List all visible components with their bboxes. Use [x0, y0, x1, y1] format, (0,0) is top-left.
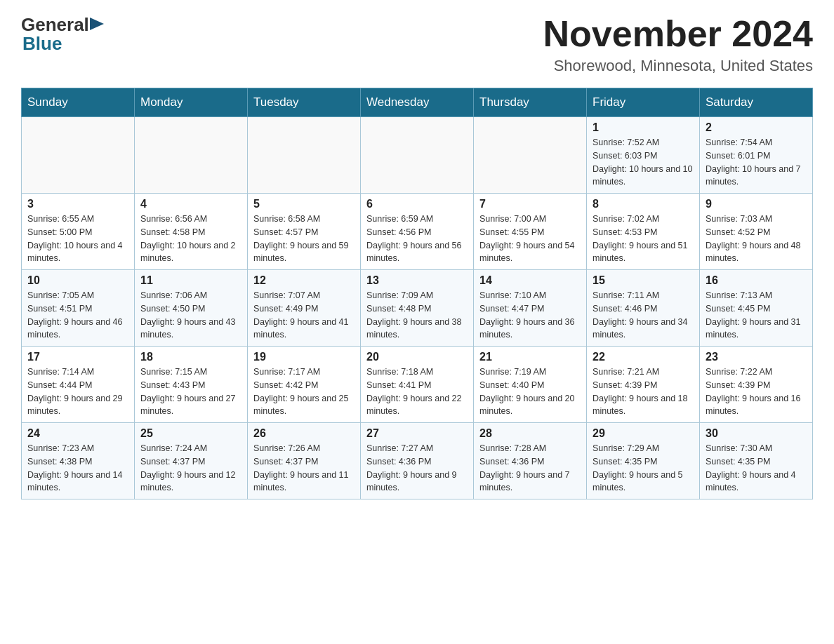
day-number: 11	[140, 274, 241, 287]
day-info: Sunrise: 7:17 AMSunset: 4:42 PMDaylight:…	[253, 365, 355, 418]
weekday-header-row: SundayMondayTuesdayWednesdayThursdayFrid…	[22, 88, 813, 117]
day-info: Sunrise: 7:30 AMSunset: 4:35 PMDaylight:…	[706, 442, 807, 495]
day-info: Sunrise: 7:05 AMSunset: 4:51 PMDaylight:…	[27, 289, 128, 342]
week-row-3: 10Sunrise: 7:05 AMSunset: 4:51 PMDayligh…	[22, 270, 813, 347]
calendar-cell: 11Sunrise: 7:06 AMSunset: 4:50 PMDayligh…	[135, 270, 248, 347]
calendar-cell: 2Sunrise: 7:54 AMSunset: 6:01 PMDaylight…	[700, 117, 813, 194]
day-number: 6	[366, 198, 468, 210]
day-info: Sunrise: 7:54 AMSunset: 6:01 PMDaylight:…	[706, 136, 807, 189]
month-title: November 2024	[543, 14, 813, 54]
day-number: 8	[593, 198, 694, 210]
day-info: Sunrise: 7:07 AMSunset: 4:49 PMDaylight:…	[253, 289, 355, 342]
day-info: Sunrise: 7:21 AMSunset: 4:39 PMDaylight:…	[593, 365, 694, 418]
day-number: 12	[253, 274, 355, 287]
calendar-table: SundayMondayTuesdayWednesdayThursdayFrid…	[21, 88, 813, 499]
calendar-cell: 1Sunrise: 7:52 AMSunset: 6:03 PMDaylight…	[587, 117, 700, 194]
calendar-cell: 3Sunrise: 6:55 AMSunset: 5:00 PMDaylight…	[22, 194, 135, 270]
calendar-cell: 6Sunrise: 6:59 AMSunset: 4:56 PMDaylight…	[361, 194, 474, 270]
day-info: Sunrise: 7:26 AMSunset: 4:37 PMDaylight:…	[253, 442, 355, 495]
calendar-cell: 30Sunrise: 7:30 AMSunset: 4:35 PMDayligh…	[700, 423, 813, 499]
calendar-cell: 13Sunrise: 7:09 AMSunset: 4:48 PMDayligh…	[361, 270, 474, 347]
day-number: 20	[366, 351, 468, 363]
calendar-cell: 26Sunrise: 7:26 AMSunset: 4:37 PMDayligh…	[248, 423, 361, 499]
day-info: Sunrise: 7:29 AMSunset: 4:35 PMDaylight:…	[593, 442, 694, 495]
day-number: 23	[706, 351, 807, 363]
location-subtitle: Shorewood, Minnesota, United States	[543, 57, 813, 75]
day-number: 16	[706, 274, 807, 287]
day-info: Sunrise: 7:10 AMSunset: 4:47 PMDaylight:…	[479, 289, 581, 342]
day-info: Sunrise: 7:00 AMSunset: 4:55 PMDaylight:…	[479, 213, 581, 265]
calendar-cell: 28Sunrise: 7:28 AMSunset: 4:36 PMDayligh…	[474, 423, 587, 499]
calendar-cell: 23Sunrise: 7:22 AMSunset: 4:39 PMDayligh…	[700, 347, 813, 423]
day-info: Sunrise: 6:58 AMSunset: 4:57 PMDaylight:…	[253, 213, 355, 265]
calendar-cell	[248, 117, 361, 194]
weekday-header-wednesday: Wednesday	[361, 88, 474, 117]
day-info: Sunrise: 7:28 AMSunset: 4:36 PMDaylight:…	[479, 442, 581, 495]
day-number: 30	[706, 427, 807, 440]
day-number: 25	[140, 427, 241, 440]
calendar-cell: 14Sunrise: 7:10 AMSunset: 4:47 PMDayligh…	[474, 270, 587, 347]
logo-blue-text: Blue	[22, 33, 62, 54]
day-info: Sunrise: 7:18 AMSunset: 4:41 PMDaylight:…	[366, 365, 468, 418]
day-number: 15	[593, 274, 694, 287]
calendar-cell: 24Sunrise: 7:23 AMSunset: 4:38 PMDayligh…	[22, 423, 135, 499]
calendar-cell: 21Sunrise: 7:19 AMSunset: 4:40 PMDayligh…	[474, 347, 587, 423]
calendar-cell: 16Sunrise: 7:13 AMSunset: 4:45 PMDayligh…	[700, 270, 813, 347]
calendar-cell: 27Sunrise: 7:27 AMSunset: 4:36 PMDayligh…	[361, 423, 474, 499]
week-row-1: 1Sunrise: 7:52 AMSunset: 6:03 PMDaylight…	[22, 117, 813, 194]
calendar-cell: 18Sunrise: 7:15 AMSunset: 4:43 PMDayligh…	[135, 347, 248, 423]
title-area: November 2024 Shorewood, Minnesota, Unit…	[543, 14, 813, 75]
calendar-cell: 17Sunrise: 7:14 AMSunset: 4:44 PMDayligh…	[22, 347, 135, 423]
calendar-cell	[135, 117, 248, 194]
calendar-cell: 12Sunrise: 7:07 AMSunset: 4:49 PMDayligh…	[248, 270, 361, 347]
day-number: 21	[479, 351, 581, 363]
week-row-5: 24Sunrise: 7:23 AMSunset: 4:38 PMDayligh…	[22, 423, 813, 499]
week-row-2: 3Sunrise: 6:55 AMSunset: 5:00 PMDaylight…	[22, 194, 813, 270]
calendar-cell: 25Sunrise: 7:24 AMSunset: 4:37 PMDayligh…	[135, 423, 248, 499]
day-number: 27	[366, 427, 468, 440]
calendar-cell: 20Sunrise: 7:18 AMSunset: 4:41 PMDayligh…	[361, 347, 474, 423]
day-number: 19	[253, 351, 355, 363]
day-info: Sunrise: 7:22 AMSunset: 4:39 PMDaylight:…	[706, 365, 807, 418]
day-info: Sunrise: 6:55 AMSunset: 5:00 PMDaylight:…	[27, 213, 128, 265]
day-number: 29	[593, 427, 694, 440]
weekday-header-thursday: Thursday	[474, 88, 587, 117]
day-number: 17	[27, 351, 128, 363]
day-info: Sunrise: 7:19 AMSunset: 4:40 PMDaylight:…	[479, 365, 581, 418]
calendar-cell: 15Sunrise: 7:11 AMSunset: 4:46 PMDayligh…	[587, 270, 700, 347]
day-info: Sunrise: 7:11 AMSunset: 4:46 PMDaylight:…	[593, 289, 694, 342]
svg-marker-0	[90, 18, 104, 30]
calendar-cell: 5Sunrise: 6:58 AMSunset: 4:57 PMDaylight…	[248, 194, 361, 270]
weekday-header-monday: Monday	[135, 88, 248, 117]
calendar-cell: 9Sunrise: 7:03 AMSunset: 4:52 PMDaylight…	[700, 194, 813, 270]
day-number: 18	[140, 351, 241, 363]
logo-arrow-icon	[90, 16, 104, 34]
weekday-header-saturday: Saturday	[700, 88, 813, 117]
logo-area: General Blue	[21, 14, 105, 55]
day-info: Sunrise: 7:02 AMSunset: 4:53 PMDaylight:…	[593, 213, 694, 265]
calendar-cell: 7Sunrise: 7:00 AMSunset: 4:55 PMDaylight…	[474, 194, 587, 270]
calendar-cell: 19Sunrise: 7:17 AMSunset: 4:42 PMDayligh…	[248, 347, 361, 423]
day-number: 24	[27, 427, 128, 440]
week-row-4: 17Sunrise: 7:14 AMSunset: 4:44 PMDayligh…	[22, 347, 813, 423]
calendar-cell	[22, 117, 135, 194]
day-number: 22	[593, 351, 694, 363]
day-info: Sunrise: 7:06 AMSunset: 4:50 PMDaylight:…	[140, 289, 241, 342]
day-info: Sunrise: 7:23 AMSunset: 4:38 PMDaylight:…	[27, 442, 128, 495]
calendar-cell	[361, 117, 474, 194]
day-info: Sunrise: 6:59 AMSunset: 4:56 PMDaylight:…	[366, 213, 468, 265]
day-number: 9	[706, 198, 807, 210]
weekday-header-friday: Friday	[587, 88, 700, 117]
day-info: Sunrise: 7:09 AMSunset: 4:48 PMDaylight:…	[366, 289, 468, 342]
day-number: 1	[593, 121, 694, 134]
day-number: 13	[366, 274, 468, 287]
day-number: 5	[253, 198, 355, 210]
day-number: 10	[27, 274, 128, 287]
calendar-cell	[474, 117, 587, 194]
calendar-cell: 4Sunrise: 6:56 AMSunset: 4:58 PMDaylight…	[135, 194, 248, 270]
day-number: 4	[140, 198, 241, 210]
page-header: General Blue November 2024 Shorewood, Mi…	[21, 14, 813, 75]
weekday-header-sunday: Sunday	[22, 88, 135, 117]
day-number: 14	[479, 274, 581, 287]
day-info: Sunrise: 7:13 AMSunset: 4:45 PMDaylight:…	[706, 289, 807, 342]
